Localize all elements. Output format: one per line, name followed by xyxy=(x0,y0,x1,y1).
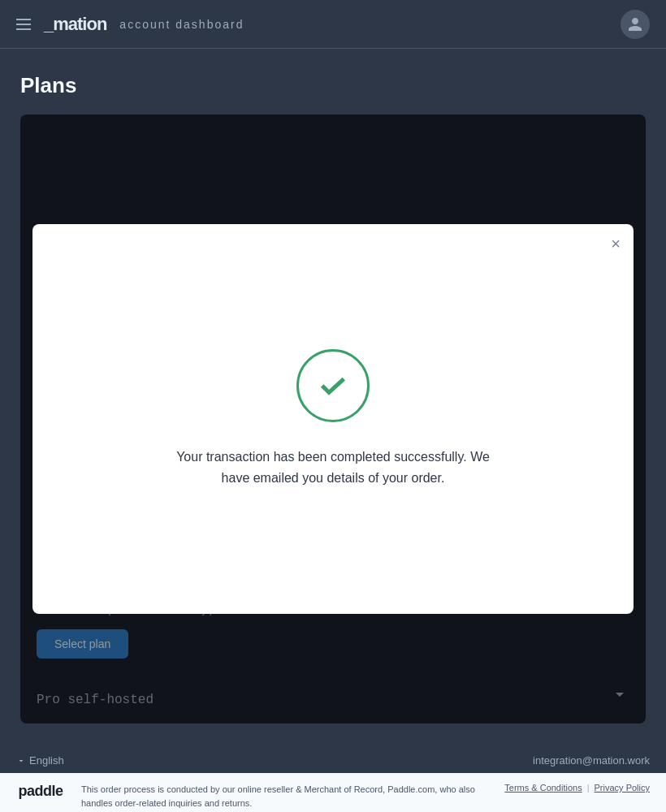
paddle-links: Terms & Conditions | Privacy Policy xyxy=(504,783,650,793)
modal-overlay: × Your transaction has been completed su… xyxy=(20,114,646,723)
logo-text: _mation xyxy=(44,14,106,34)
success-message: Your transaction has been completed succ… xyxy=(162,447,504,488)
paddle-logo-text: paddle xyxy=(18,783,63,800)
terms-link[interactable]: Terms & Conditions xyxy=(504,783,582,793)
footer-bar: English integration@mation.work xyxy=(0,748,666,773)
header: _mation account dashboard xyxy=(0,0,666,49)
page-content: Plans Multi-worker environment VPN to th… xyxy=(0,49,666,748)
paddle-notice-line1: This order process is conducted by our o… xyxy=(81,783,488,810)
logo: _mation xyxy=(44,14,106,35)
language-selector[interactable]: English xyxy=(16,754,64,767)
paddle-footer: paddle This order process is conducted b… xyxy=(0,773,666,812)
header-subtitle: account dashboard xyxy=(119,18,244,31)
privacy-link[interactable]: Privacy Policy xyxy=(595,783,650,793)
user-avatar-button[interactable] xyxy=(621,10,650,39)
paddle-logo: paddle xyxy=(16,783,65,800)
success-circle xyxy=(296,349,370,422)
success-modal: × Your transaction has been completed su… xyxy=(32,224,634,614)
user-icon xyxy=(627,16,643,32)
checkmark-icon xyxy=(317,369,349,402)
chevron-down-icon xyxy=(16,756,26,766)
plans-container: Multi-worker environment VPN to the intr… xyxy=(20,114,646,723)
page-title: Plans xyxy=(20,73,646,98)
modal-close-button[interactable]: × xyxy=(611,235,621,252)
paddle-notice: This order process is conducted by our o… xyxy=(81,783,488,812)
hamburger-menu-icon[interactable] xyxy=(16,19,31,30)
link-divider: | xyxy=(587,783,590,793)
footer-email: integration@mation.work xyxy=(533,754,650,767)
language-label: English xyxy=(29,754,64,767)
header-left: _mation account dashboard xyxy=(16,14,244,35)
